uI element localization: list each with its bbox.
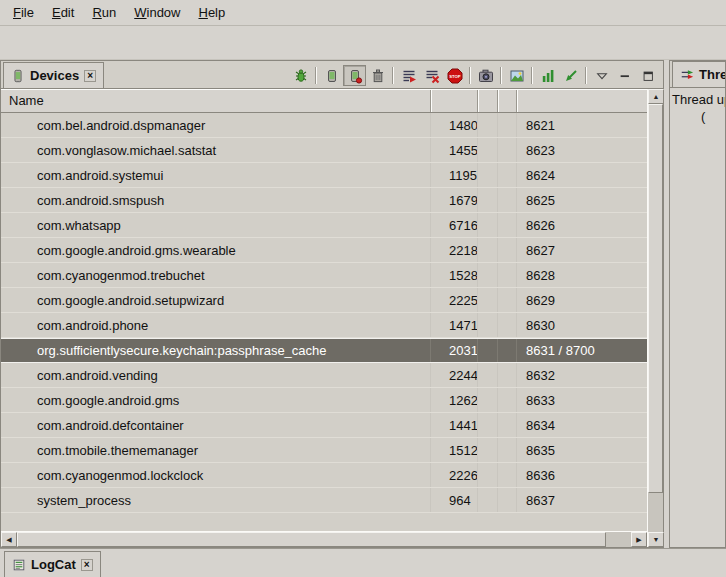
process-row[interactable]: com.cyanogenmod.trebuchet 1528 8628 — [1, 263, 647, 288]
process-name: com.google.android.gms.wearable — [1, 238, 431, 262]
menu-file[interactable]: File — [4, 2, 43, 23]
process-pid: 22185 — [431, 238, 478, 262]
method-profiling-icon[interactable] — [536, 65, 559, 86]
process-spacer1 — [478, 113, 498, 137]
process-port: 8633 — [517, 388, 647, 412]
stop-process-icon[interactable]: STOP — [443, 65, 466, 86]
process-spacer2 — [498, 238, 517, 262]
process-row[interactable]: system_process 964 8637 — [1, 488, 647, 513]
minimize-icon[interactable] — [613, 65, 636, 86]
process-port: 8625 — [517, 188, 647, 212]
column-header-name[interactable]: Name — [1, 90, 431, 112]
process-pid: 12623 — [431, 388, 478, 412]
process-name: com.bel.android.dspmanager — [1, 113, 431, 137]
process-row[interactable]: com.android.phone 1471 8630 — [1, 313, 647, 338]
process-row[interactable]: com.android.systemui 1195 8624 — [1, 163, 647, 188]
devices-tab-close-icon[interactable]: × — [84, 70, 96, 82]
horizontal-scroll-thumb[interactable] — [17, 532, 606, 547]
logcat-tab-icon — [12, 558, 26, 572]
screenshot-icon[interactable] — [474, 65, 497, 86]
scroll-down-icon[interactable]: ▼ — [648, 532, 664, 547]
vertical-scroll-track[interactable] — [648, 104, 663, 532]
gc-icon[interactable] — [366, 65, 389, 86]
process-pid: 14553 — [431, 138, 478, 162]
process-row[interactable]: com.tmobile.thememanager 1512 8635 — [1, 438, 647, 463]
process-spacer1 — [478, 238, 498, 262]
process-spacer1 — [478, 288, 498, 312]
process-name: com.whatsapp — [1, 213, 431, 237]
process-spacer1 — [478, 138, 498, 162]
process-row[interactable]: com.google.android.gms 12623 8633 — [1, 388, 647, 413]
menu-window[interactable]: Window — [125, 2, 189, 23]
scroll-left-icon[interactable]: ◀ — [1, 532, 17, 547]
menu-edit[interactable]: Edit — [43, 2, 83, 23]
horizontal-scrollbar[interactable]: ◀ ▶ — [1, 531, 647, 547]
process-spacer1 — [478, 163, 498, 187]
menu-run-rest: un — [102, 5, 116, 20]
process-row[interactable]: com.android.vending 22440 8632 — [1, 363, 647, 388]
devices-tabbar: Devices × — [1, 61, 663, 89]
column-header-spacer2[interactable] — [498, 90, 517, 112]
menu-help[interactable]: Help — [189, 2, 234, 23]
process-name: com.android.systemui — [1, 163, 431, 187]
process-row[interactable]: com.whatsapp 6716 8626 — [1, 213, 647, 238]
column-header-pid[interactable] — [431, 90, 478, 112]
toolbar-separator — [500, 67, 502, 84]
process-name: com.cyanogenmod.trebuchet — [1, 263, 431, 287]
dump-hprof-icon[interactable] — [343, 65, 366, 86]
update-threads-icon[interactable] — [397, 65, 420, 86]
tab-logcat[interactable]: LogCat × — [4, 551, 101, 577]
threads-tab-label: Threads — [699, 67, 725, 82]
process-row[interactable]: com.cyanogenmod.lockclock 22265 8636 — [1, 463, 647, 488]
column-header-port[interactable] — [517, 90, 647, 112]
process-spacer2 — [498, 339, 517, 362]
process-spacer2 — [498, 138, 517, 162]
scroll-right-icon[interactable]: ▶ — [631, 532, 647, 547]
process-port: 8634 — [517, 413, 647, 437]
process-spacer2 — [498, 188, 517, 212]
logcat-tab-close-icon[interactable]: × — [81, 559, 93, 571]
process-pid: 22265 — [431, 463, 478, 487]
vertical-scrollbar[interactable]: ▲ ▼ — [647, 89, 663, 547]
process-name: com.android.smspush — [1, 188, 431, 212]
process-spacer2 — [498, 438, 517, 462]
horizontal-scroll-track[interactable] — [17, 532, 631, 547]
stop-method-profiling-icon[interactable] — [420, 65, 443, 86]
tab-devices[interactable]: Devices × — [3, 62, 104, 88]
process-spacer2 — [498, 313, 517, 337]
process-row[interactable]: com.bel.android.dspmanager 1480 8621 — [1, 113, 647, 138]
maximize-icon[interactable] — [636, 65, 659, 86]
process-port: 8626 — [517, 213, 647, 237]
process-row[interactable]: com.android.defcontainer 14411 8634 — [1, 413, 647, 438]
process-name: com.google.android.gms — [1, 388, 431, 412]
start-profiling-icon[interactable] — [559, 65, 582, 86]
bottom-bar: LogCat × — [0, 548, 726, 577]
toolbar-separator — [392, 67, 394, 84]
menu-run[interactable]: Run — [83, 2, 125, 23]
process-spacer1 — [478, 263, 498, 287]
process-spacer1 — [478, 188, 498, 212]
process-name: com.vonglasow.michael.satstat — [1, 138, 431, 162]
vertical-scroll-thumb[interactable] — [648, 104, 663, 493]
debug-icon[interactable] — [289, 65, 312, 86]
process-row[interactable]: com.google.android.setupwizard 22250 862… — [1, 288, 647, 313]
tab-threads[interactable]: Threads — [672, 61, 725, 87]
process-name: com.android.vending — [1, 363, 431, 387]
scroll-up-icon[interactable]: ▲ — [648, 89, 664, 104]
update-heap-icon[interactable] — [320, 65, 343, 86]
capture-ui-icon[interactable] — [505, 65, 528, 86]
process-pid: 1195 — [431, 163, 478, 187]
column-header-spacer1[interactable] — [478, 90, 498, 112]
process-pid: 1528 — [431, 263, 478, 287]
threads-view: Threads Thread up ( — [669, 60, 726, 548]
threads-tab-icon — [680, 68, 694, 82]
view-menu-icon[interactable] — [590, 65, 613, 86]
process-row[interactable]: com.vonglasow.michael.satstat 14553 8623 — [1, 138, 647, 163]
process-row[interactable]: com.google.android.gms.wearable 22185 86… — [1, 238, 647, 263]
menu-edit-mnemonic: E — [52, 5, 61, 20]
process-spacer2 — [498, 413, 517, 437]
process-row[interactable]: org.sufficientlysecure.keychain:passphra… — [1, 338, 647, 363]
toolbar-separator — [585, 67, 587, 84]
toolbar-separator — [315, 67, 317, 84]
process-row[interactable]: com.android.smspush 1679 8625 — [1, 188, 647, 213]
